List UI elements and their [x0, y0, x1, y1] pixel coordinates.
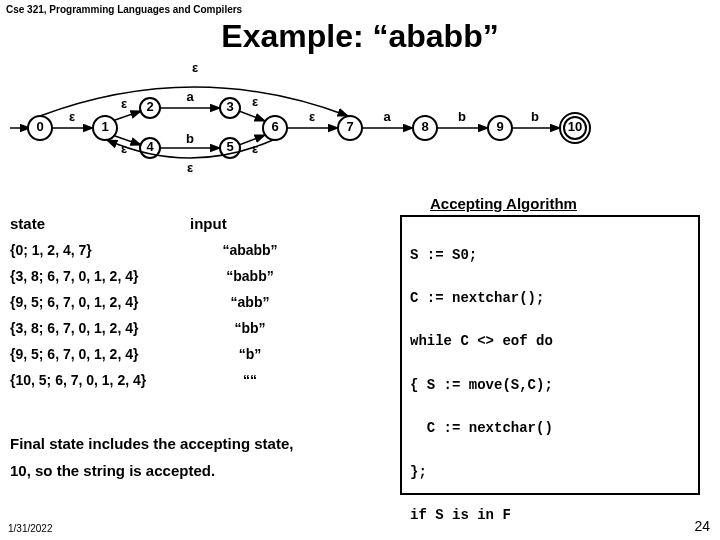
state-cell: {3, 8; 6, 7, 0, 1, 2, 4}	[10, 268, 190, 284]
algo-line: C := nextchar();	[410, 290, 544, 306]
edge-a-7-8: a	[383, 109, 391, 124]
algorithm-box: S := S0; C := nextchar(); while C <> eof…	[400, 215, 700, 495]
edge-eps-6-7: ε	[309, 109, 315, 124]
node-1: 1	[101, 119, 108, 134]
edge-eps-0-1: ε	[69, 109, 75, 124]
node-7: 7	[346, 119, 353, 134]
node-8: 8	[421, 119, 428, 134]
input-cell: “abb”	[190, 294, 310, 310]
conclusion-line1: Final state includes the accepting state…	[10, 430, 390, 457]
input-cell: “b”	[190, 346, 310, 362]
edge-eps-1-2: ε	[121, 96, 127, 111]
edge-b-9-10: b	[531, 109, 539, 124]
table-row: {9, 5; 6, 7, 0, 1, 2, 4} “abb”	[10, 294, 390, 310]
input-cell: “babb”	[190, 268, 310, 284]
state-cell: {3, 8; 6, 7, 0, 1, 2, 4}	[10, 320, 190, 336]
page-number: 24	[694, 518, 710, 534]
input-cell: “bb”	[190, 320, 310, 336]
node-5: 5	[226, 139, 233, 154]
conclusion: Final state includes the accepting state…	[10, 430, 390, 484]
table-row: {9, 5; 6, 7, 0, 1, 2, 4} “b”	[10, 346, 390, 362]
svg-line-18	[239, 111, 265, 121]
nfa-diagram: 0 1 2 3 4 5 6 7 8 9 10 ε ε ε a b ε ε ε a…	[10, 58, 690, 178]
node-10: 10	[568, 119, 582, 134]
state-cell: {9, 5; 6, 7, 0, 1, 2, 4}	[10, 346, 190, 362]
col-state-header: state	[10, 215, 190, 232]
node-4: 4	[146, 139, 154, 154]
svg-line-15	[115, 136, 141, 145]
edge-eps-0-7: ε	[192, 60, 198, 75]
table-row: {3, 8; 6, 7, 0, 1, 2, 4} “babb”	[10, 268, 390, 284]
trace-table: state input {0; 1, 2, 4, 7} “ababb” {3, …	[10, 215, 390, 398]
state-cell: {0; 1, 2, 4, 7}	[10, 242, 190, 258]
algo-line: };	[410, 464, 427, 480]
page-title: Example: “ababb”	[0, 18, 720, 55]
node-9: 9	[496, 119, 503, 134]
node-0: 0	[36, 119, 43, 134]
state-cell: {9, 5; 6, 7, 0, 1, 2, 4}	[10, 294, 190, 310]
algo-line: C := nextchar()	[410, 420, 553, 436]
table-row: {10, 5; 6, 7, 0, 1, 2, 4} ““	[10, 372, 390, 388]
table-row: {3, 8; 6, 7, 0, 1, 2, 4} “bb”	[10, 320, 390, 336]
input-cell: ““	[190, 372, 310, 388]
algo-line: { S := move(S,C);	[410, 377, 553, 393]
algo-line: while C <> eof do	[410, 333, 553, 349]
edge-eps-5-6: ε	[252, 141, 258, 156]
edge-eps-3-6: ε	[252, 94, 258, 109]
algo-line: S := S0;	[410, 247, 477, 263]
slide-date: 1/31/2022	[8, 523, 53, 534]
edge-eps-6-1: ε	[187, 160, 193, 175]
conclusion-line2: 10, so the string is accepted.	[10, 457, 390, 484]
algorithm-title: Accepting Algorithm	[430, 195, 577, 212]
edge-b-4-5: b	[186, 131, 194, 146]
col-input-header: input	[190, 215, 227, 232]
edge-eps-1-4: ε	[121, 141, 127, 156]
node-2: 2	[146, 99, 153, 114]
state-cell: {10, 5; 6, 7, 0, 1, 2, 4}	[10, 372, 190, 388]
table-row: {0; 1, 2, 4, 7} “ababb”	[10, 242, 390, 258]
algo-line: if S is in F	[410, 507, 511, 523]
course-label: Cse 321, Programming Languages and Compi…	[6, 4, 242, 15]
edge-a-2-3: a	[186, 89, 194, 104]
node-3: 3	[226, 99, 233, 114]
input-cell: “ababb”	[190, 242, 310, 258]
node-6: 6	[271, 119, 278, 134]
edge-b-8-9: b	[458, 109, 466, 124]
svg-line-14	[115, 111, 141, 120]
